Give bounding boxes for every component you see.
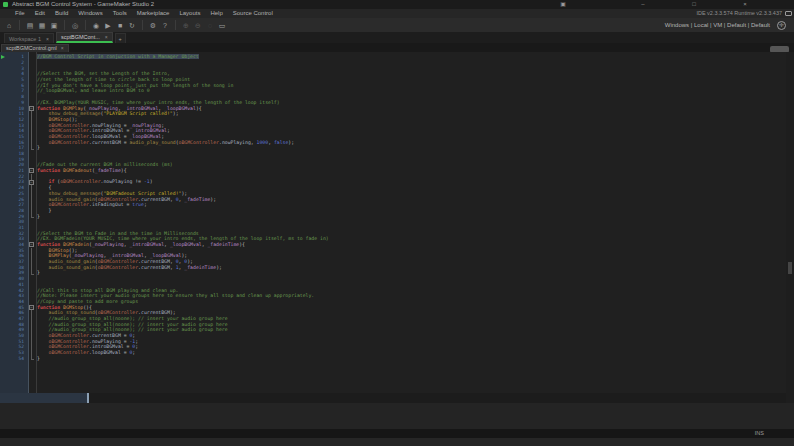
debug-icon[interactable]: ◉ [91, 20, 102, 31]
code-line[interactable]: 47 //audio_group_stop_all(noone); // ins… [0, 316, 786, 322]
line-number[interactable]: 36 [0, 253, 26, 258]
code-line[interactable]: 20//Fade out the current BGM in millisec… [0, 162, 786, 168]
menu-item-tools[interactable]: Tools [108, 9, 132, 18]
code-line[interactable]: 1//BGM Control Script in conjuction with… [0, 54, 786, 60]
close-icon[interactable]: × [61, 45, 64, 51]
code-line[interactable]: 16 oBGMController.currentBGM = audio_pla… [0, 139, 786, 145]
vertical-scrollbar[interactable] [786, 52, 794, 403]
line-number[interactable]: 18 [0, 151, 26, 156]
workspace-tab-scptbgmcont-[interactable]: scptBGMCont...× [56, 32, 113, 43]
line-number[interactable]: 15 [0, 134, 26, 139]
close-icon[interactable]: × [105, 34, 108, 40]
code-line[interactable]: 49 //audio_group_stop_all(noone); // ins… [0, 327, 786, 333]
code-line[interactable]: 4//Select the BGM, set the Length of the… [0, 71, 786, 77]
line-number[interactable]: 24 [0, 185, 26, 190]
line-number[interactable]: 22 [0, 174, 26, 179]
run-icon[interactable]: ▶ [103, 20, 114, 31]
save-project-icon[interactable]: ▣ [49, 20, 60, 31]
vertical-scrollbar-thumb[interactable] [788, 262, 792, 274]
code-line[interactable]: 50 oBGMController.currentBGM = 0; [0, 333, 786, 339]
line-number[interactable]: 10 [0, 106, 26, 111]
line-number[interactable]: 50 [0, 333, 26, 338]
line-number[interactable]: 54 [0, 356, 26, 361]
code-line[interactable]: 29} [0, 213, 786, 219]
feedback-icon[interactable] [785, 11, 792, 16]
line-number[interactable]: 45 [0, 305, 26, 310]
line-number[interactable]: 17 [0, 145, 26, 150]
line-number[interactable]: 35 [0, 248, 26, 253]
line-number[interactable]: 41 [0, 282, 26, 287]
line-number[interactable]: 11 [0, 111, 26, 116]
menu-item-build[interactable]: Build [50, 9, 73, 18]
code-line[interactable]: 42//Call this to stop all BGM playing an… [0, 287, 786, 293]
code-line[interactable]: 39} [0, 270, 786, 276]
line-number[interactable]: 52 [0, 344, 26, 349]
code-line[interactable]: 37 audio_sound_gain(oBGMController.curre… [0, 259, 786, 265]
code-line[interactable]: 5//set the length of time to circle back… [0, 77, 786, 83]
code-line[interactable]: 28 } [0, 208, 786, 214]
line-number[interactable]: 48 [0, 322, 26, 327]
line-number[interactable]: 28 [0, 208, 26, 213]
menu-item-edit[interactable]: Edit [30, 9, 50, 18]
line-number[interactable]: 7 [0, 88, 26, 93]
add-workspace-button[interactable]: + [115, 33, 126, 43]
code-line[interactable]: 17} [0, 145, 786, 151]
target-manager-icon[interactable]: ✛ [777, 21, 786, 30]
code-line[interactable]: 35 BGMStop(); [0, 247, 786, 253]
code-line[interactable]: 53 oBGMController.loopBGMval = 0; [0, 350, 786, 356]
create-executable-icon[interactable]: ◎ [70, 20, 81, 31]
code-line[interactable]: 14 oBGMController.introBGMval = _introBG… [0, 128, 786, 134]
menu-item-file[interactable]: File [10, 9, 30, 18]
zoom-out-icon[interactable]: ⊖ [193, 20, 204, 31]
line-number[interactable]: 4 [0, 71, 26, 76]
line-number[interactable]: 30 [0, 219, 26, 224]
line-number[interactable]: 53 [0, 350, 26, 355]
line-number[interactable]: 25 [0, 191, 26, 196]
code-line[interactable]: 34function BGMFadein(_nowPlaying, _intro… [0, 242, 786, 248]
line-number[interactable]: 47 [0, 316, 26, 321]
document-tab-scptbgmcontrol-gml[interactable]: scptBGMControl.gml× [1, 44, 69, 53]
code-line[interactable]: 6//If you don't have a loop point, just … [0, 82, 786, 88]
open-project-icon[interactable]: ▦ [37, 20, 48, 31]
line-number[interactable]: 43 [0, 293, 26, 298]
close-icon[interactable]: × [46, 36, 49, 42]
line-number[interactable]: 37 [0, 259, 26, 264]
line-number[interactable]: 38 [0, 265, 26, 270]
code-line[interactable]: 52 oBGMController.introBGMval = 0; [0, 344, 786, 350]
code-line[interactable]: 13 oBGMController.nowPlaying = _nowPlayi… [0, 122, 786, 128]
line-number[interactable]: 13 [0, 123, 26, 128]
code-line[interactable]: 7//_loopBGMval, and leave intro BGM to 0 [0, 88, 786, 94]
code-line[interactable]: 33//EX. BGMFadein(YOUR MUSIC, time where… [0, 236, 786, 242]
code-line[interactable]: 27 oBGMController.isFadingOut = true; [0, 202, 786, 208]
code-line[interactable]: 54} [0, 355, 786, 361]
fold-toggle-icon[interactable]: − [29, 106, 34, 111]
code-line[interactable]: 15 oBGMController.loopBGMval = _loopBGMv… [0, 134, 786, 140]
code-line[interactable]: 21function BGMFadeout(_fadeTime){ [0, 168, 786, 174]
code-line[interactable]: 44//Copy and paste to add more groups [0, 299, 786, 305]
menu-item-windows[interactable]: Windows [73, 9, 107, 18]
zoom-in-icon[interactable]: ⊕ [181, 20, 192, 31]
code-line[interactable]: 23 if (oBGMController.nowPlaying != -1) [0, 179, 786, 185]
game-options-icon[interactable]: ⚙ [148, 20, 159, 31]
code-line[interactable]: 45function BGMStop(){ [0, 304, 786, 310]
line-number[interactable]: 39 [0, 270, 26, 275]
line-number[interactable]: 26 [0, 197, 26, 202]
line-number[interactable]: 51 [0, 339, 26, 344]
horizontal-scrollbar[interactable] [0, 393, 786, 403]
code-line[interactable]: 46 audio_stop_sound(oBGMController.curre… [0, 310, 786, 316]
code-line[interactable]: 25 show_debug_message("BGMFadeout Script… [0, 191, 786, 197]
line-number[interactable]: 5 [0, 77, 26, 82]
line-number[interactable]: 6 [0, 83, 26, 88]
line-number[interactable]: 42 [0, 288, 26, 293]
code-line[interactable]: 48 //audio_group_stop_all(noone); // ins… [0, 321, 786, 327]
line-number[interactable]: 23 [0, 179, 26, 184]
code-line[interactable]: 36 BGMPlay(_nowPlaying, _introBGMval, _l… [0, 253, 786, 259]
layout-icon[interactable]: ▣ [556, 0, 570, 9]
code-line[interactable]: 9//EX. BGMPlay(YOUR MUSIC, time where yo… [0, 100, 786, 106]
line-number[interactable]: 33 [0, 236, 26, 241]
zoom-reset-icon[interactable]: ◌ [205, 20, 216, 31]
close-button[interactable]: × [738, 0, 752, 9]
maximize-button[interactable]: □ [687, 0, 701, 9]
fold-toggle-icon[interactable]: − [29, 305, 34, 310]
line-number[interactable]: 44 [0, 299, 26, 304]
